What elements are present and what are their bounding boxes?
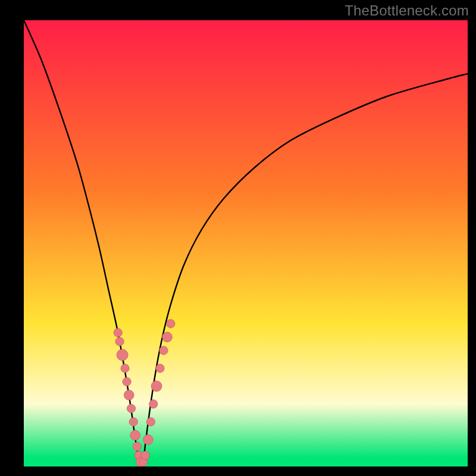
- gradient-background: [24, 20, 468, 466]
- data-marker: [124, 390, 134, 400]
- watermark-text: TheBottleneck.com: [345, 2, 469, 19]
- chart-frame: TheBottleneck.com: [0, 0, 476, 476]
- data-marker: [129, 418, 137, 426]
- data-marker: [162, 332, 173, 342]
- data-marker: [167, 320, 175, 328]
- data-marker: [115, 337, 124, 346]
- data-marker: [151, 381, 162, 392]
- data-marker: [146, 418, 155, 426]
- data-marker: [141, 451, 149, 459]
- data-marker: [127, 404, 135, 412]
- data-marker: [117, 349, 128, 361]
- data-marker: [149, 400, 158, 408]
- chart-plot-area: [24, 20, 468, 466]
- data-marker: [130, 430, 140, 440]
- data-marker: [114, 328, 122, 337]
- data-marker: [121, 364, 129, 372]
- data-marker: [123, 377, 131, 386]
- data-marker: [156, 364, 164, 372]
- data-marker: [133, 442, 141, 450]
- data-marker: [143, 435, 154, 445]
- chart-svg: [24, 20, 468, 466]
- data-marker: [159, 346, 168, 355]
